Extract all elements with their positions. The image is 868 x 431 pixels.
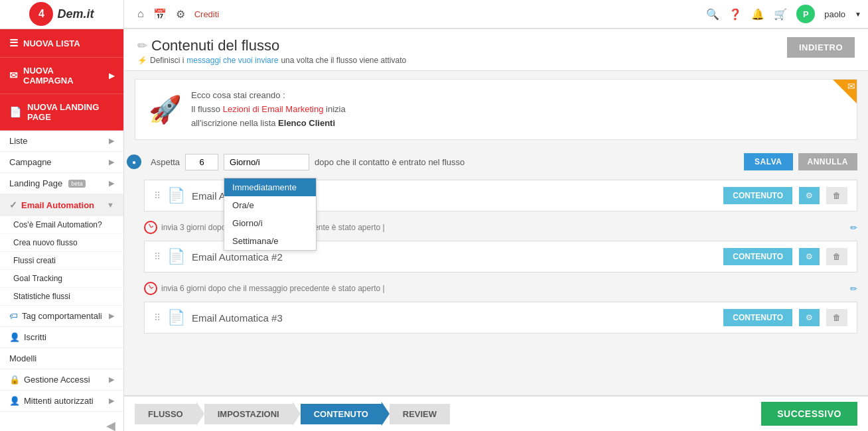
corner-icon: ✉ xyxy=(847,81,855,92)
step-impostazioni: IMPOSTAZIONI xyxy=(204,402,301,426)
sidebar-item-tag[interactable]: 🏷 Tag comportamentali ▶ xyxy=(0,306,123,327)
email-card-3: ⠿ 📄 Email Automatica #3 CONTENUTO ⚙ 🗑 xyxy=(144,302,857,334)
dropdown-option-immediately[interactable]: Immediatamente xyxy=(224,178,316,196)
landing-label: Landing Page xyxy=(9,178,62,188)
pencil-icon: ✏ xyxy=(137,38,147,53)
cart-icon[interactable]: 🛒 xyxy=(774,8,787,21)
contenuto-button-1[interactable]: CONTENUTO xyxy=(723,187,792,204)
logo-circle: 4 xyxy=(29,2,53,26)
collapse-icon[interactable]: ◀ xyxy=(106,418,115,431)
settings-icon[interactable]: ⚙ xyxy=(176,8,185,21)
flow-link[interactable]: Lezioni di Email Marketing xyxy=(223,104,324,114)
sidebar-item-mittenti[interactable]: 👤 Mittenti autorizzati ▶ xyxy=(0,391,123,412)
sidebar-item-goal-tracking[interactable]: Goal Tracking xyxy=(0,270,123,288)
sidebar-item-crea-flusso[interactable]: Crea nuovo flusso xyxy=(0,234,123,252)
invia-text-2: invia 6 giorni dopo che il messaggio pre… xyxy=(161,284,846,293)
new-campaign-button[interactable]: ✉ NUOVA CAMPAGNA ▶ xyxy=(0,58,123,94)
drag-handle-1[interactable]: ⠿ xyxy=(154,190,161,201)
step-flusso: FLUSSO xyxy=(135,402,204,426)
sidebar-item-statistiche[interactable]: Statistiche flussi xyxy=(0,288,123,306)
back-button[interactable]: INDIETRO xyxy=(787,37,855,58)
new-landing-button[interactable]: 📄 NUOVA LANDING PAGE xyxy=(0,94,123,131)
step-contenuto-label[interactable]: CONTENUTO xyxy=(301,404,382,424)
step-flusso-label[interactable]: FLUSSO xyxy=(135,404,196,424)
step-flusso-arrow xyxy=(196,402,204,426)
page-icon: 📄 xyxy=(9,106,22,118)
calendar-icon[interactable]: 📅 xyxy=(153,8,167,21)
dropdown-option-weeks[interactable]: Settimana/e xyxy=(224,232,316,250)
sidebar-item-iscritti[interactable]: 👤 Iscritti xyxy=(0,327,123,348)
drag-handle-3[interactable]: ⠿ xyxy=(154,312,161,323)
next-button[interactable]: SUCCESSIVO xyxy=(761,402,857,426)
notification-icon[interactable]: 🔔 xyxy=(751,8,764,21)
drag-handle-2[interactable]: ⠿ xyxy=(154,251,161,262)
dropdown-option-days[interactable]: Giorno/i xyxy=(224,214,316,232)
sidebar-collapse[interactable]: ◀ xyxy=(0,412,123,431)
delete-btn-2[interactable]: 🗑 xyxy=(826,248,847,265)
new-list-button[interactable]: ☰ NUOVA LISTA xyxy=(0,29,123,58)
dropdown-option-hours[interactable]: Ora/e xyxy=(224,196,316,214)
email-doc-icon-2: 📄 xyxy=(167,248,185,265)
tag-icon: 🏷 xyxy=(9,311,18,321)
mittenti-arrow-icon: ▶ xyxy=(109,397,114,405)
sidebar-item-email-automation[interactable]: ✓ Email Automation ▼ xyxy=(0,194,123,216)
top-nav: 4 Dem.it ⌂ 📅 ⚙ Crediti 🔍 ❓ 🔔 🛒 P paolo ▼ xyxy=(0,0,868,29)
email-name-3: Email Automatica #3 xyxy=(192,312,717,324)
sidebar-item-cose-ea[interactable]: Cos'è Email Automation? xyxy=(0,216,123,234)
contenuto-button-3[interactable]: CONTENUTO xyxy=(723,309,792,326)
logo-area: 4 Dem.it xyxy=(0,0,124,29)
list-icon: ☰ xyxy=(9,37,18,49)
sidebar: ☰ NUOVA LISTA ✉ NUOVA CAMPAGNA ▶ 📄 NUOVA… xyxy=(0,29,124,431)
wait-after-text: dopo che il contatto è entrato nel fluss… xyxy=(315,157,739,167)
wait-value-input[interactable] xyxy=(185,154,218,170)
save-button[interactable]: SALVA xyxy=(744,153,792,170)
cancel-button[interactable]: ANNULLA xyxy=(798,153,858,170)
action-btn-1[interactable]: ⚙ xyxy=(799,187,820,204)
mittenti-label: Mittenti autorizzati xyxy=(24,396,94,406)
step-impostazioni-label[interactable]: IMPOSTAZIONI xyxy=(204,404,293,424)
email-automation-label: Email Automation xyxy=(21,200,94,210)
user-dropdown-arrow[interactable]: ▼ xyxy=(855,11,861,18)
subtitle-link[interactable]: messaggi che vuoi inviare xyxy=(186,56,278,65)
wait-label: Aspetta xyxy=(151,157,180,167)
nav-right: 🔍 ❓ 🔔 🛒 P paolo ▼ xyxy=(706,5,861,23)
step-review-label[interactable]: REVIEW xyxy=(390,404,450,424)
sidebar-item-flussi-creati[interactable]: Flussi creati xyxy=(0,252,123,270)
invia-edit-2[interactable]: ✏ xyxy=(850,284,857,294)
delete-btn-3[interactable]: 🗑 xyxy=(826,309,847,326)
delete-btn-1[interactable]: 🗑 xyxy=(826,187,847,204)
crediti-link[interactable]: Crediti xyxy=(194,9,220,19)
action-btn-3[interactable]: ⚙ xyxy=(799,309,820,326)
iscritti-icon: 👤 xyxy=(9,332,20,342)
search-icon[interactable]: 🔍 xyxy=(706,8,719,21)
sidebar-item-campagne[interactable]: Campagne ▶ xyxy=(0,152,123,173)
contenuto-button-2[interactable]: CONTENUTO xyxy=(723,248,792,265)
clock-icon-2 xyxy=(144,282,157,295)
user-name[interactable]: paolo xyxy=(824,9,845,19)
home-icon[interactable]: ⌂ xyxy=(137,8,144,20)
mittenti-icon: 👤 xyxy=(9,396,20,406)
wait-unit-select[interactable]: Immediatamente Ora/e Giorno/i Settimana/… xyxy=(224,154,309,170)
action-btn-2[interactable]: ⚙ xyxy=(799,248,820,265)
gestione-arrow-icon: ▶ xyxy=(109,375,114,384)
liste-arrow-icon: ▶ xyxy=(109,137,114,145)
bolt-icon: ⚡ xyxy=(137,56,147,65)
wait-row: ● Aspetta Immediatamente Ora/e Giorno/i … xyxy=(124,148,868,176)
sidebar-item-gestione[interactable]: 🔒 Gestione Accessi ▶ xyxy=(0,369,123,391)
campagne-label: Campagne xyxy=(9,157,52,167)
sidebar-item-modelli[interactable]: Modelli xyxy=(0,348,123,369)
sidebar-item-liste[interactable]: Liste ▶ xyxy=(0,131,123,152)
nav-icons: ⌂ 📅 ⚙ Crediti xyxy=(137,8,219,21)
page-subtitle: ⚡ Definisci i messaggi che vuoi inviare … xyxy=(137,56,406,65)
page-title: ✏ Contenuti del flusso xyxy=(137,37,406,54)
user-avatar[interactable]: P xyxy=(796,5,815,23)
help-icon[interactable]: ❓ xyxy=(729,8,742,21)
gestione-icon: 🔒 xyxy=(9,375,20,385)
sidebar-item-landing[interactable]: Landing Page beta ▶ xyxy=(0,173,123,194)
rocket-icon: 🚀 xyxy=(149,94,182,125)
scroll-content: 🚀 Ecco cosa stai creando : Il flusso Lez… xyxy=(124,71,868,395)
campaign-arrow-icon: ▶ xyxy=(109,72,114,80)
invia-edit-1[interactable]: ✏ xyxy=(850,223,857,233)
liste-label: Liste xyxy=(9,136,27,146)
ea-arrow-icon: ▼ xyxy=(107,201,114,209)
